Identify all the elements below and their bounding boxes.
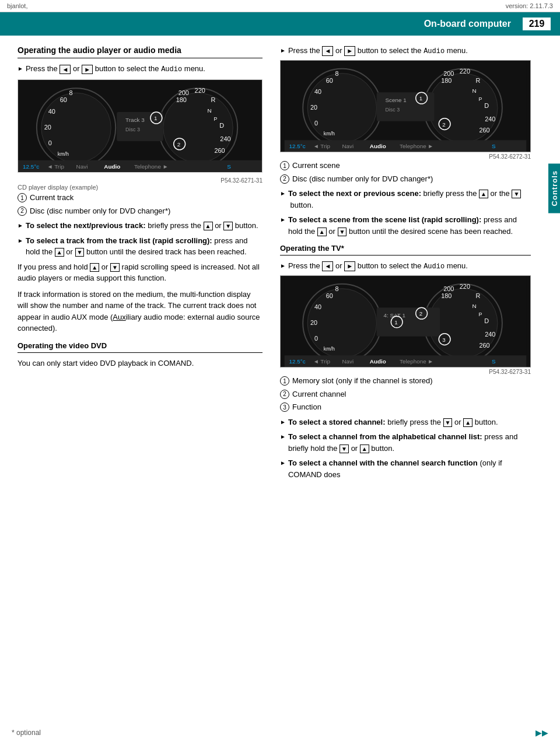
btn-prev[interactable]: ◄ [60,65,71,74]
svg-text:180: 180 [441,77,452,84]
btn-up-2[interactable]: ▲ [55,248,64,257]
scene-item-2-text: Disc (disc number only for DVD changer*) [292,173,433,185]
arrow-icon: ► [18,64,23,73]
svg-text:P: P [478,96,482,102]
svg-text:Audio: Audio [370,143,386,149]
scene-player-image: 60 40 20 0 km/h 8 180 200 220 R N P D 24… [280,60,531,152]
circle-2: 2 [18,206,27,216]
btn-next-tv[interactable]: ► [344,261,355,271]
svg-text:Telephone ►: Telephone ► [400,358,433,365]
svg-text:0: 0 [314,335,318,342]
arrow-icon-2: ► [18,221,23,230]
btn-down-3[interactable]: ▼ [110,263,120,272]
cd-num-item-1: 1 Current track [18,192,262,204]
btn-up-tv1[interactable]: ▲ [463,418,473,427]
cd-numbered-list: 1 Current track 2 Disc (disc number only… [18,192,262,216]
svg-text:1: 1 [394,319,397,326]
track-info-para: If track information is stored on the me… [18,289,262,334]
svg-text:4: SAT 1: 4: SAT 1 [383,312,405,318]
btn-up-s2[interactable]: ▲ [317,228,327,236]
section-divider-video [18,352,262,353]
btn-down-s2[interactable]: ▼ [338,228,347,236]
svg-text:1: 1 [154,115,158,121]
cd-num-item-2: 2 Disc (disc number only for DVD changer… [18,205,262,217]
svg-text:R: R [475,292,480,299]
svg-text:200: 200 [443,70,454,77]
svg-text:N: N [473,303,477,309]
svg-text:60: 60 [60,96,67,103]
svg-text:Telephone ►: Telephone ► [400,143,433,149]
svg-text:180: 180 [176,96,187,103]
tv-item-1-text: Memory slot (only if the channel is stor… [292,375,433,387]
svg-text:N: N [473,88,477,94]
svg-text:Disc 3: Disc 3 [385,107,400,113]
svg-text:260: 260 [214,147,225,154]
arrow-icon-r1: ► [280,46,286,55]
btn-next-r[interactable]: ► [344,46,355,55]
svg-text:40: 40 [314,88,321,95]
cd-player-image: 60 40 20 0 km/h 8 180 200 220 R N P D 24… [18,79,262,173]
btn-down-2[interactable]: ▼ [75,248,85,257]
svg-text:km/h: km/h [58,151,69,157]
svg-text:8: 8 [335,285,339,292]
svg-text:260: 260 [479,127,489,134]
svg-text:20: 20 [310,104,317,111]
btn-next[interactable]: ► [82,65,93,74]
instr-tv-press-btn: ► Press the ◄ or ► button to select the … [280,260,531,272]
tv-item-2-text: Current channel [292,388,346,400]
svg-text:180: 180 [441,292,452,299]
instr-stored-channel: ► To select a stored channel: briefly pr… [280,416,531,428]
btn-up-1[interactable]: ▲ [204,222,213,230]
arrow-icon-tv2: ► [280,418,286,426]
right-column: ► Press the ◄ or ► button to select the … [274,45,548,484]
svg-text:Navi: Navi [342,143,354,149]
svg-text:8: 8 [335,70,339,77]
btn-down-s1[interactable]: ▼ [512,190,521,198]
svg-text:220: 220 [460,283,470,290]
svg-text:Disc 3: Disc 3 [125,127,140,132]
tv-num-item-3: 3 Function [280,401,531,413]
instr-track-list: ► To select a track from the track list … [18,235,262,258]
btn-down-tv1[interactable]: ▼ [443,418,453,427]
svg-text:D: D [484,102,489,109]
arrow-icon-3: ► [18,236,23,245]
footnote: * optional [12,729,41,737]
btn-up-s1[interactable]: ▲ [479,190,488,198]
scene-circle-2: 2 [280,174,289,184]
instr-next-prev-track: ► To select the next/previous track: bri… [18,220,262,232]
svg-text:260: 260 [479,342,489,349]
top-bar-left: bjanlot, [7,2,27,9]
svg-text:2: 2 [419,310,422,317]
instr-scene-list: ► To select a scene from the scene list … [280,214,531,237]
tv-num-item-1: 1 Memory slot (only if the channel is st… [280,375,531,387]
scene-num-item-1: 1 Current scene [280,160,531,172]
top-bar: bjanlot, version: 2.11.7.3 [0,0,560,12]
video-dvd-title: Operating the video DVD [18,341,262,350]
bottom-bar: * optional ▶▶ [0,728,560,737]
svg-text:S: S [227,163,231,170]
btn-down-1[interactable]: ▼ [223,222,233,230]
svg-point-36 [307,74,376,142]
instr-alpha-channel-label: To select a channel from the alphabetica… [288,432,482,441]
btn-down-tv2[interactable]: ▼ [340,444,349,453]
audio-menu-r: Audio [424,47,444,55]
instr-search-channel-label: To select a channel with the channel sea… [288,459,478,467]
btn-up-tv2[interactable]: ▲ [360,444,369,453]
side-tab: Controls [548,163,560,213]
btn-prev-r[interactable]: ◄ [322,46,333,55]
tv-item-3-text: Function [292,401,321,413]
audio-menu-tv: Audio [424,262,444,271]
svg-text:20: 20 [44,124,51,131]
audio-menu-label: Audio [161,65,182,74]
btn-up-3[interactable]: ▲ [90,263,99,272]
svg-text:2: 2 [442,121,445,128]
btn-prev-tv[interactable]: ◄ [322,261,333,271]
arrow-icon-r2: ► [280,189,286,198]
svg-text:◄ Trip: ◄ Trip [313,358,330,365]
next-arrow: ▶▶ [536,728,548,737]
instr-next-prev-scene-label: To select the next or previous scene: [288,189,421,198]
tv-image-ref: P54.32-6273-31 [280,369,531,375]
instr-next-prev-label: To select the next/previous track: [26,221,146,230]
instr-alpha-channel: ► To select a channel from the alphabeti… [280,431,531,454]
instr-press-btn-1: ► Press the ◄ or ► button to select the … [18,63,262,75]
